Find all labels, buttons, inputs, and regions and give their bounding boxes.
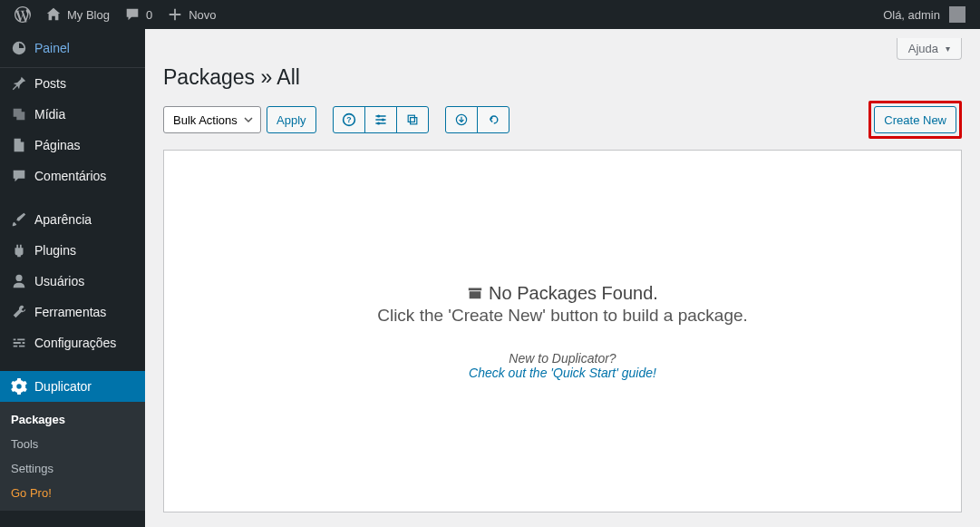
user-icon — [11, 273, 27, 289]
new-label: Novo — [189, 8, 216, 22]
comments-link[interactable]: 0 — [117, 0, 160, 29]
submenu-tools[interactable]: Tools — [0, 432, 145, 456]
home-icon — [45, 6, 62, 23]
avatar — [949, 6, 965, 23]
site-name-link[interactable]: My Blog — [38, 0, 117, 29]
dashboard-icon — [11, 40, 27, 56]
create-new-highlight: Create New — [868, 101, 962, 139]
help-button[interactable]: ? — [333, 106, 365, 133]
import-button[interactable] — [445, 106, 478, 133]
toolbar: Bulk Actions Apply ? — [163, 101, 962, 139]
empty-state: No Packages Found. Click the 'Create New… — [377, 283, 748, 380]
create-new-button[interactable]: Create New — [874, 106, 956, 133]
archive-icon — [467, 285, 483, 301]
menu-dashboard[interactable]: Painel — [0, 29, 145, 68]
media-icon — [11, 106, 27, 122]
packages-table: No Packages Found. Click the 'Create New… — [163, 150, 962, 512]
menu-appearance[interactable]: Aparência — [0, 204, 145, 235]
menu-tools[interactable]: Ferramentas — [0, 297, 145, 327]
submenu-packages[interactable]: Packages — [0, 407, 145, 432]
settings-button[interactable] — [364, 106, 397, 133]
undo-button[interactable] — [477, 106, 509, 133]
wordpress-icon — [15, 6, 31, 23]
copy-icon — [405, 112, 420, 127]
submenu-settings[interactable]: Settings — [0, 456, 145, 481]
undo-icon — [486, 112, 500, 127]
svg-point-3 — [381, 118, 383, 121]
brush-icon — [11, 211, 27, 228]
wrench-icon — [11, 304, 27, 320]
templates-button[interactable] — [396, 106, 429, 133]
menu-media[interactable]: Mídia — [0, 99, 145, 130]
comments-count: 0 — [146, 8, 152, 22]
wp-logo[interactable] — [7, 0, 38, 29]
svg-rect-6 — [410, 118, 416, 124]
sliders-icon — [11, 335, 27, 351]
svg-text:?: ? — [346, 115, 351, 124]
pin-icon — [11, 75, 27, 92]
menu-comments[interactable]: Comentários — [0, 161, 145, 191]
comment-icon — [124, 6, 141, 23]
admin-bar: My Blog 0 Novo Olá, admin — [0, 0, 980, 29]
apply-button[interactable]: Apply — [267, 106, 316, 133]
sliders-icon — [374, 112, 388, 127]
plug-icon — [11, 242, 27, 259]
question-icon: ? — [342, 112, 356, 127]
admin-sidebar: Painel Posts Mídia Páginas Comentários A… — [0, 29, 145, 527]
menu-settings[interactable]: Configurações — [0, 327, 145, 358]
menu-users[interactable]: Usuários — [0, 266, 145, 297]
menu-duplicator[interactable]: Duplicator — [0, 371, 145, 402]
user-greeting[interactable]: Olá, admin — [876, 0, 973, 29]
empty-hint: New to Duplicator? — [377, 351, 748, 366]
greeting-text: Olá, admin — [883, 8, 940, 22]
empty-subtitle: Click the 'Create New' button to build a… — [377, 306, 748, 326]
main-content: Ajuda Packages » All Bulk Actions Apply … — [145, 29, 980, 527]
bulk-actions-select[interactable]: Bulk Actions — [163, 106, 261, 133]
menu-pages[interactable]: Páginas — [0, 130, 145, 161]
menu-posts[interactable]: Posts — [0, 68, 145, 99]
help-tab[interactable]: Ajuda — [897, 38, 962, 60]
download-icon — [454, 112, 469, 127]
plus-icon — [167, 6, 183, 23]
comment-icon — [11, 168, 27, 184]
svg-rect-5 — [408, 115, 414, 122]
page-title: Packages » All — [163, 65, 962, 90]
quick-start-link[interactable]: Check out the 'Quick Start' guide! — [377, 366, 748, 380]
svg-point-2 — [377, 114, 380, 117]
page-icon — [11, 137, 27, 153]
gear-icon — [11, 378, 27, 395]
site-name: My Blog — [67, 8, 110, 22]
menu-plugins[interactable]: Plugins — [0, 235, 145, 266]
submenu-gopro[interactable]: Go Pro! — [0, 481, 145, 505]
svg-point-4 — [377, 122, 380, 124]
duplicator-submenu: Packages Tools Settings Go Pro! — [0, 402, 145, 511]
new-content-link[interactable]: Novo — [160, 0, 223, 29]
empty-title-text: No Packages Found. — [489, 283, 658, 304]
